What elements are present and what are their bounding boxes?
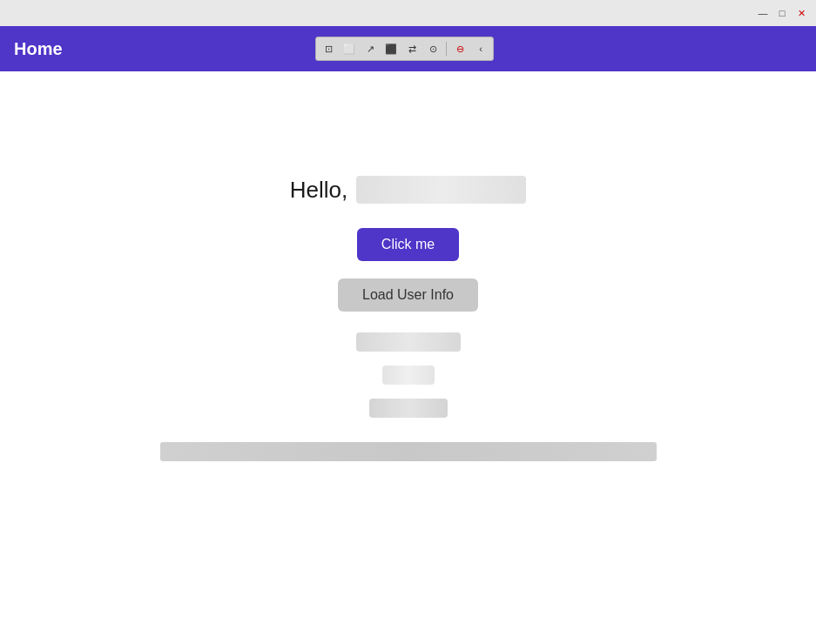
load-user-button[interactable]: Load User Info (338, 278, 478, 312)
toolbar-separator (446, 42, 447, 56)
page-title: Home (14, 39, 63, 59)
toolbar-btn-6[interactable]: ⊙ (423, 39, 442, 58)
toolbar-btn-1[interactable]: ⊡ (319, 39, 338, 58)
skeleton-row-2 (382, 366, 435, 385)
toolbar-btn-back[interactable]: ‹ (471, 39, 490, 58)
skeleton-row-3 (369, 399, 448, 418)
hello-row: Hello, (290, 176, 526, 204)
toolbar-btn-2[interactable]: ⬜ (340, 39, 359, 58)
minimize-button[interactable]: — (755, 5, 771, 21)
bottom-bar (160, 442, 657, 461)
skeleton-row-1 (356, 332, 461, 352)
close-button[interactable]: ✕ (793, 5, 809, 21)
toolbar-btn-3[interactable]: ↗ (361, 39, 380, 58)
window-titlebar: — □ ✕ (0, 0, 816, 26)
toolbar-btn-stop[interactable]: ⊖ (450, 39, 469, 58)
name-placeholder (356, 176, 526, 204)
toolbar: ⊡ ⬜ ↗ ⬛ ⇄ ⊙ ⊖ ‹ (315, 37, 494, 61)
click-me-button[interactable]: Click me (357, 228, 459, 261)
main-content: Hello, Click me Load User Info (0, 71, 816, 644)
app-header: Home ⊡ ⬜ ↗ ⬛ ⇄ ⊙ ⊖ ‹ (0, 26, 816, 71)
maximize-button[interactable]: □ (774, 5, 790, 21)
toolbar-btn-4[interactable]: ⬛ (381, 39, 401, 58)
hello-label: Hello, (290, 177, 347, 204)
toolbar-btn-5[interactable]: ⇄ (402, 39, 421, 58)
